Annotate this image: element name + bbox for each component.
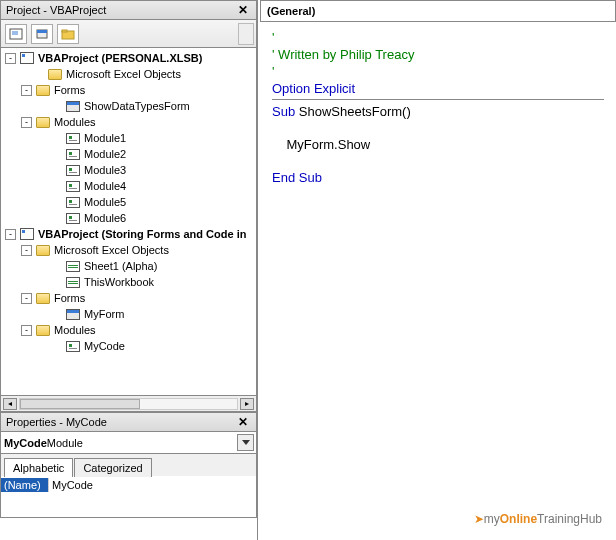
folder-icon: [61, 27, 75, 41]
module-item[interactable]: Module6: [84, 212, 126, 224]
folder-icon: [35, 323, 51, 337]
code-text: ShowSheetsForm(): [299, 104, 411, 119]
wm-b: Online: [500, 512, 537, 526]
tree-toggle[interactable]: -: [5, 53, 16, 64]
object-selector-combo[interactable]: MyCode Module: [0, 432, 257, 454]
module-item[interactable]: Module4: [84, 180, 126, 192]
code-kw: Sub: [272, 104, 299, 119]
project-label[interactable]: VBAProject (Storing Forms and Code in: [38, 228, 246, 240]
form-item[interactable]: ShowDataTypesForm: [84, 100, 190, 112]
module-item[interactable]: MyCode: [84, 340, 125, 352]
scroll-left-button[interactable]: ◂: [3, 398, 17, 410]
folder-icon: [35, 291, 51, 305]
form-icon: [65, 99, 81, 113]
project-toolbar: [0, 20, 257, 48]
object-combo[interactable]: (General): [260, 0, 616, 22]
chevron-down-icon[interactable]: [237, 434, 254, 451]
project-icon: [19, 51, 35, 65]
folder-icon: [47, 67, 63, 81]
project-pane-title: Project - VBAProject ✕: [0, 0, 257, 20]
tree-toggle[interactable]: -: [21, 245, 32, 256]
module-item[interactable]: Module1: [84, 132, 126, 144]
tab-categorized[interactable]: Categorized: [74, 458, 151, 477]
arrow-icon: ➤: [474, 512, 484, 526]
folder-label[interactable]: Microsoft Excel Objects: [54, 244, 169, 256]
module-icon: [65, 147, 81, 161]
code-line: ' Written by Philip Treacy: [272, 47, 414, 62]
module-icon: [65, 163, 81, 177]
property-grid[interactable]: (Name) MyCode: [0, 476, 257, 518]
scroll-track[interactable]: [19, 398, 238, 410]
folder-label[interactable]: Microsoft Excel Objects: [66, 68, 181, 80]
scroll-right-button[interactable]: ▸: [240, 398, 254, 410]
tree-toggle[interactable]: -: [21, 85, 32, 96]
module-icon: [65, 131, 81, 145]
module-item[interactable]: Module3: [84, 164, 126, 176]
code-line: ': [272, 64, 274, 79]
sheet-icon: [65, 259, 81, 273]
view-code-icon: [9, 27, 23, 41]
combo-name: MyCode: [4, 437, 47, 449]
properties-title-text: Properties - MyCode: [6, 416, 107, 428]
code-rule: [272, 99, 604, 100]
code-panel: (General) ' ' Written by Philip Treacy '…: [258, 0, 616, 540]
module-icon: [65, 339, 81, 353]
module-icon: [65, 179, 81, 193]
module-item[interactable]: Module2: [84, 148, 126, 160]
form-icon: [65, 307, 81, 321]
scroll-thumb[interactable]: [20, 399, 140, 409]
tab-alphabetic[interactable]: Alphabetic: [4, 458, 73, 477]
project-tree[interactable]: -VBAProject (PERSONAL.XLSB) Microsoft Ex…: [0, 48, 257, 396]
tree-toggle[interactable]: -: [5, 229, 16, 240]
svg-rect-6: [62, 30, 67, 32]
wm-c: TrainingHub: [537, 512, 602, 526]
watermark: ➤myOnlineTrainingHub: [474, 512, 602, 526]
tree-toggle[interactable]: -: [21, 117, 32, 128]
wm-a: my: [484, 512, 500, 526]
folder-label[interactable]: Modules: [54, 324, 96, 336]
folder-label[interactable]: Modules: [54, 116, 96, 128]
sheet-item[interactable]: Sheet1 (Alpha): [84, 260, 157, 272]
properties-close-button[interactable]: ✕: [235, 415, 251, 429]
code-line: ': [272, 30, 274, 45]
tree-toggle[interactable]: -: [21, 293, 32, 304]
prop-name-value[interactable]: MyCode: [49, 478, 256, 492]
object-combo-value: (General): [267, 5, 315, 17]
module-item[interactable]: Module5: [84, 196, 126, 208]
code-kw: Option: [272, 81, 314, 96]
folder-icon: [35, 83, 51, 97]
folder-icon: [35, 115, 51, 129]
property-tabs: Alphabetic Categorized: [0, 454, 257, 476]
module-icon: [65, 195, 81, 209]
project-scrollbar-stub[interactable]: [238, 23, 254, 45]
code-text: MyForm.Show: [272, 137, 370, 152]
combo-type: Module: [47, 437, 83, 449]
view-object-button[interactable]: [31, 24, 53, 44]
project-label[interactable]: VBAProject (PERSONAL.XLSB): [38, 52, 202, 64]
sheet-icon: [65, 275, 81, 289]
folder-icon: [35, 243, 51, 257]
properties-pane-title: Properties - MyCode ✕: [0, 412, 257, 432]
code-kw: Explicit: [314, 81, 355, 96]
form-item[interactable]: MyForm: [84, 308, 124, 320]
project-icon: [19, 227, 35, 241]
tree-toggle[interactable]: -: [21, 325, 32, 336]
folder-label[interactable]: Forms: [54, 84, 85, 96]
toggle-folders-button[interactable]: [57, 24, 79, 44]
workbook-item[interactable]: ThisWorkbook: [84, 276, 154, 288]
view-code-button[interactable]: [5, 24, 27, 44]
prop-name-label[interactable]: (Name): [1, 478, 49, 492]
folder-label[interactable]: Forms: [54, 292, 85, 304]
code-kw: End: [272, 170, 299, 185]
code-kw: Sub: [299, 170, 322, 185]
svg-rect-4: [37, 30, 47, 33]
module-icon: [65, 211, 81, 225]
project-title-text: Project - VBAProject: [6, 4, 106, 16]
project-hscrollbar[interactable]: ◂ ▸: [0, 396, 257, 412]
code-editor[interactable]: ' ' Written by Philip Treacy ' Option Ex…: [260, 22, 616, 195]
project-close-button[interactable]: ✕: [235, 3, 251, 17]
view-object-icon: [35, 27, 49, 41]
